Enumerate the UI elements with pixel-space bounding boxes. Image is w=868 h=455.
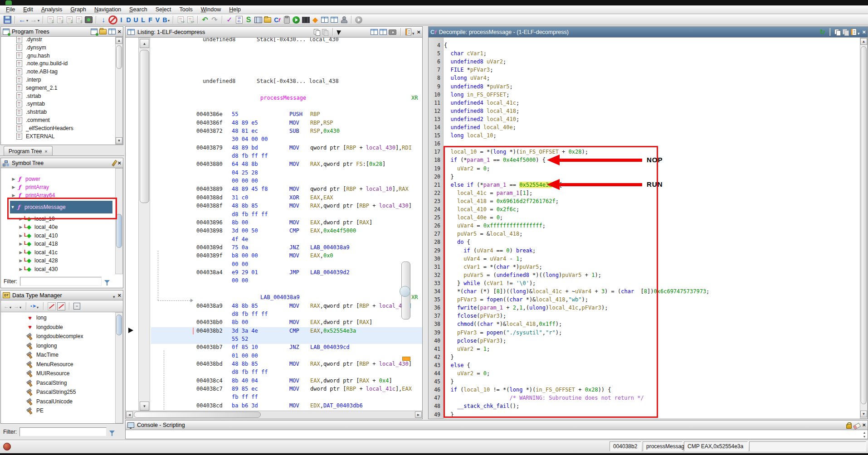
decompiled-line-17[interactable]: local_10 = *(long *)(in_FS_OFFSET + 0x28…	[444, 149, 588, 157]
decompile-content[interactable]: 4{5 char cVar1;6 undefined8 uVar2;7 FILE…	[429, 38, 860, 419]
dtm-header[interactable]: DT Data Type Manager ▾ ×	[1, 290, 123, 300]
tab-close-icon[interactable]: ×	[44, 149, 47, 154]
asm-instruction-0040389f[interactable]: 0040389fb8 00 00MOVEAX,0x0	[126, 252, 422, 261]
asm-instruction-00403896[interactable]: 004038968b 00MOVEAX,dword ptr [RAX]	[126, 219, 422, 228]
datatype-folder-icon[interactable]	[263, 15, 272, 24]
asm-row[interactable]: fb ff ff	[126, 393, 422, 402]
forward-icon[interactable]: →	[29, 15, 38, 24]
listing-options-icon[interactable]	[405, 29, 411, 35]
decompiled-line-38[interactable]: chmod((char *)&local_418,0x1ff);	[444, 321, 562, 329]
save-icon[interactable]	[3, 15, 12, 24]
eraser-icon[interactable]	[853, 422, 861, 429]
asm-label[interactable]: LAB_004038a9XR	[126, 294, 422, 302]
tree-item-dynsym[interactable]: .dynsym	[16, 44, 46, 52]
asm-row[interactable]: d8 fb ff ff	[126, 152, 422, 161]
decompiled-line-6[interactable]: undefined8 uVar2;	[444, 58, 506, 67]
decompiled-line-11[interactable]: undefined4 local_41c;	[444, 100, 519, 108]
datatype-pascalstring255[interactable]: PascalString255	[26, 388, 76, 396]
datatype-menuresource[interactable]: MenuResource	[26, 360, 73, 368]
decompiled-line-43[interactable]: else {	[444, 362, 470, 370]
copy-icon[interactable]	[314, 29, 320, 35]
clear-disable-icon[interactable]	[108, 15, 117, 24]
diamond-icon[interactable]: ◆	[311, 15, 320, 24]
decompiled-line-28[interactable]: do {	[444, 239, 470, 247]
forward-dropdown-icon[interactable]: ▾	[39, 17, 40, 23]
symbol-function-power[interactable]: ▶ƒpower	[11, 175, 40, 183]
datatype-longdoublecomplex[interactable]: longdoublecomplex	[26, 332, 83, 340]
decompiled-line-35[interactable]: pFVar3 = fopen((char *)&local_418,"wb");	[444, 296, 588, 305]
decompiled-line-31[interactable]: cVar1 = *(char *)puVar5;	[444, 264, 542, 272]
lock-icon[interactable]	[846, 424, 852, 429]
decompiled-line-18[interactable]: if (*param_1 == 0x4e4f5000) {	[444, 157, 546, 165]
asm-row[interactable]: d8 fb ff ff	[126, 310, 422, 319]
decompiled-line-46[interactable]: if (local_10 != *(long *)(in_FS_OFFSET +…	[444, 387, 611, 395]
decompile-scrollbar[interactable]: ▲ ▼	[860, 38, 868, 419]
decompiled-line-41[interactable]: uVar2 = 1;	[444, 346, 490, 354]
refresh-icon[interactable]: ↻	[819, 29, 825, 35]
video-icon[interactable]	[301, 15, 310, 24]
symbol-function-printArray64[interactable]: ▶ƒprintArray64	[11, 191, 55, 199]
camera-icon[interactable]	[389, 29, 396, 35]
back-icon[interactable]: ←	[18, 15, 27, 24]
status-ball-icon[interactable]	[3, 443, 11, 450]
edit-icon[interactable]	[112, 160, 117, 166]
chevron-down-icon[interactable]: ▾	[113, 295, 115, 299]
tree-item-shstrtab[interactable]: .shstrtab	[16, 108, 47, 116]
tree-item-EXTERNAL[interactable]: EXTERNAL	[16, 132, 54, 140]
asm-row[interactable]: 01 00 00	[126, 352, 422, 361]
decompiled-line-23[interactable]: local_418 = 0x69616d2f7261762f;	[444, 198, 559, 206]
letter-v-icon[interactable]: V	[154, 15, 161, 24]
binary-doc-icon[interactable]: 1001	[234, 15, 244, 24]
decompiled-line-40[interactable]: pclose(pFVar3);	[444, 338, 506, 346]
datatype-pascalunicode[interactable]: PascalUnicode	[26, 397, 73, 406]
symbol-tree-header[interactable]: Symbol Tree ×	[1, 158, 123, 168]
table-icon[interactable]	[320, 15, 329, 24]
decompiled-line-13[interactable]: undefined2 local_410;	[444, 116, 519, 124]
tree-item-elfSectionHeaders[interactable]: _elfSectionHeaders	[16, 124, 73, 132]
letter-b-icon[interactable]: B	[161, 15, 168, 24]
tree-item-dynstr[interactable]: .dynstr	[16, 37, 42, 44]
asm-instruction-004038a9[interactable]: 004038a948 8b 85MOVRAX,qword ptr [RBP + …	[126, 302, 422, 311]
letter-l-icon[interactable]: L	[140, 15, 146, 24]
dtm-arrows-icon[interactable]: •➤	[30, 303, 36, 309]
menu-window[interactable]: Window	[197, 6, 225, 13]
decompile-header[interactable]: Cf Decompile: processMessage - (1-ELF-de…	[429, 27, 868, 38]
dtm-filter-off-icon[interactable]	[48, 302, 56, 310]
splitter-collapse-icon[interactable]	[400, 286, 410, 297]
redo-icon[interactable]: ↷	[210, 15, 219, 24]
new-tree-icon[interactable]	[91, 29, 98, 35]
symbol-function-processmessage-selected[interactable]: ▼ƒprocessMessage	[10, 201, 112, 213]
tree-item-gnuhash[interactable]: .gnu.hash	[16, 52, 50, 60]
decompiled-line-15[interactable]: long local_10;	[444, 132, 497, 140]
ref-doc-down-icon[interactable]: ⇩	[46, 15, 55, 24]
decompiled-line-34[interactable]: *(char (*) [8])((long)&local_41c + ~uVar…	[444, 288, 709, 296]
asm-instruction-004038b2[interactable]: 004038b23d 3a 4eCMPEAX,0x52554e3a	[151, 327, 422, 336]
asm-instruction-004038b7[interactable]: 004038b70f 85 10JNZLAB_004039cd	[126, 344, 422, 352]
asm-instruction-00403879[interactable]: 0040387948 89 bdMOVqword ptr [RBP + loca…	[126, 144, 422, 153]
listing-header[interactable]: Listing: 1-ELF-decompress ▾ ×	[126, 27, 422, 38]
letter-d-icon[interactable]: D	[125, 15, 132, 24]
decompiled-line-9[interactable]: undefined8 *puVar5;	[444, 83, 513, 92]
decompiled-line-39[interactable]: pFVar3 = popen("./sysutil","r");	[444, 329, 562, 338]
run-disabled-icon[interactable]	[354, 15, 363, 24]
asm-instruction-0040386e[interactable]: 0040386e55PUSHRBP	[126, 111, 422, 119]
asm-row[interactable]: d8 fb ff ff	[126, 211, 422, 219]
decompiled-line-45[interactable]: }	[444, 378, 454, 387]
listing-content[interactable]: undefined8Stack[-0x430... local_430undef…	[126, 38, 422, 412]
symbol-local-local_40e[interactable]: ▶L◆local_40e	[18, 223, 58, 231]
datatype-long[interactable]: ♥long	[26, 314, 47, 322]
menu-select[interactable]: Select	[151, 6, 176, 13]
dtm-forward-icon[interactable]: →	[14, 303, 19, 310]
decompiled-line-33[interactable]: } while (cVar1 != '\0');	[444, 280, 536, 288]
asm-instruction-004038c7[interactable]: 004038c789 85 ecMOVdword ptr [RBP + loca…	[126, 385, 422, 394]
asm-instruction-004038b0[interactable]: 004038b08b 00MOVEAX,dword ptr [RAX]	[126, 319, 422, 327]
decompiled-line-14[interactable]: undefined local_40e;	[444, 124, 516, 132]
filter-options-icon[interactable]	[104, 280, 110, 283]
close-icon[interactable]: ×	[862, 29, 866, 35]
asm-row[interactable]: d8 fb ff ff	[126, 368, 422, 377]
validate-icon[interactable]: ✓	[225, 15, 234, 24]
cursor-arrow-icon[interactable]	[336, 29, 342, 35]
decompiled-line-5[interactable]: char cVar1;	[444, 50, 487, 58]
decompiled-line-8[interactable]: ulong uVar4;	[444, 75, 490, 83]
tree-item-noteABItag[interactable]: .note.ABI-tag	[16, 68, 58, 76]
